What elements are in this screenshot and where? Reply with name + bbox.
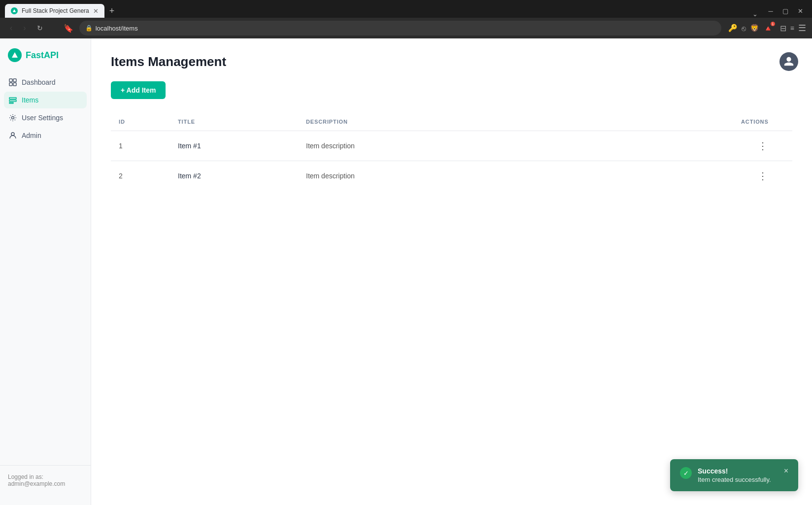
table-body: 1 Item #1 Item description ⋮ 2 Item #2 I… (111, 131, 792, 191)
svg-rect-5 (9, 100, 16, 101)
main-content: Items Management + Add Item ID TITLE DES… (91, 38, 812, 505)
brand-logo: FastAPI (0, 48, 91, 74)
nav-back-button[interactable]: ‹ (6, 22, 16, 34)
tab-favicon (11, 7, 18, 14)
sidebar-item-user-settings[interactable]: User Settings (4, 109, 87, 126)
col-header-actions: ACTIONS (733, 113, 792, 131)
cell-id: 1 (111, 131, 170, 161)
brand-icon (8, 48, 22, 62)
sidebar-nav: Dashboard Items User Settings (0, 74, 91, 465)
cell-description: Item description (298, 131, 733, 161)
dashboard-icon (9, 78, 17, 86)
toast-message: Item created successfully. (698, 476, 778, 483)
toast-content: Success! Item created successfully. (698, 467, 778, 483)
share-button[interactable]: ⎋ (742, 24, 746, 33)
svg-rect-3 (13, 83, 16, 86)
svg-rect-0 (9, 79, 12, 82)
toast-close-button[interactable]: × (784, 467, 788, 475)
secure-icon: 🔒 (85, 25, 93, 32)
minimize-button[interactable]: ─ (764, 4, 778, 18)
items-table: ID TITLE DESCRIPTION ACTIONS 1 Item #1 I… (111, 113, 792, 191)
svg-rect-4 (9, 98, 16, 99)
sidebar-item-dashboard[interactable]: Dashboard (4, 74, 87, 91)
svg-point-7 (12, 117, 14, 119)
notification-badge: 1 (771, 22, 775, 26)
user-settings-label: User Settings (22, 114, 63, 122)
tab-close-button[interactable]: ✕ (93, 8, 99, 14)
brave-shields-button[interactable]: 🦁 (750, 24, 759, 33)
user-avatar-icon (783, 56, 794, 67)
items-icon (9, 96, 17, 104)
table-header: ID TITLE DESCRIPTION ACTIONS (111, 113, 792, 131)
col-header-description: DESCRIPTION (298, 113, 733, 131)
tab-title: Full Stack Project Genera (22, 7, 89, 14)
active-browser-tab[interactable]: Full Stack Project Genera ✕ (5, 4, 104, 18)
nav-refresh-button[interactable]: ↻ (33, 22, 47, 34)
new-tab-button[interactable]: + (104, 4, 120, 18)
items-label: Items (22, 96, 38, 104)
key-icon-button[interactable]: 🔑 (728, 24, 738, 33)
settings-icon (9, 114, 17, 122)
sidebar-item-items[interactable]: Items (4, 92, 87, 108)
svg-rect-1 (13, 79, 16, 82)
svg-point-8 (11, 133, 14, 135)
url-display: localhost/items (96, 25, 138, 32)
bookmark-button[interactable]: 🔖 (61, 23, 76, 34)
toast-notification: ✓ Success! Item created successfully. × (670, 459, 798, 491)
page-header: Items Management (111, 54, 792, 69)
cell-description: Item description (298, 161, 733, 191)
row-actions-button[interactable]: ⋮ (754, 140, 772, 152)
reading-mode-button[interactable]: ≡ (790, 24, 794, 32)
browser-menu-button[interactable]: ☰ (798, 23, 806, 34)
toast-title: Success! (698, 467, 778, 475)
tab-menu-button[interactable]: ⌄ (748, 10, 762, 18)
page-title: Items Management (111, 54, 226, 69)
svg-rect-2 (9, 83, 12, 86)
address-bar[interactable]: 🔒 localhost/items (79, 21, 721, 35)
admin-label: Admin (22, 132, 41, 139)
logged-in-email: admin@example.com (8, 480, 83, 487)
sidebar-footer: Logged in as: admin@example.com (0, 465, 91, 495)
sidebar-toggle-button[interactable]: ⊟ (780, 24, 786, 33)
user-avatar[interactable] (779, 52, 798, 71)
close-window-button[interactable]: ✕ (793, 4, 807, 18)
sidebar-item-admin[interactable]: Admin (4, 127, 87, 144)
table-row: 1 Item #1 Item description ⋮ (111, 131, 792, 161)
cell-title: Item #1 (170, 131, 298, 161)
cell-actions: ⋮ (733, 161, 792, 191)
toast-check-icon: ✓ (680, 467, 692, 479)
add-item-button[interactable]: + Add Item (111, 81, 166, 99)
sidebar: FastAPI Dashboard Items (0, 38, 91, 505)
cell-actions: ⋮ (733, 131, 792, 161)
maximize-button[interactable]: ▢ (778, 4, 792, 18)
row-actions-button[interactable]: ⋮ (754, 170, 772, 182)
logged-in-label: Logged in as: (8, 473, 83, 480)
nav-forward-button[interactable]: › (19, 22, 30, 34)
col-header-title: TITLE (170, 113, 298, 131)
svg-rect-6 (9, 102, 13, 103)
cell-title: Item #2 (170, 161, 298, 191)
add-item-label: + Add Item (121, 86, 156, 94)
table-row: 2 Item #2 Item description ⋮ (111, 161, 792, 191)
admin-icon (9, 132, 17, 139)
brand-name: FastAPI (26, 50, 59, 61)
col-header-id: ID (111, 113, 170, 131)
cell-id: 2 (111, 161, 170, 191)
dashboard-label: Dashboard (22, 78, 56, 86)
